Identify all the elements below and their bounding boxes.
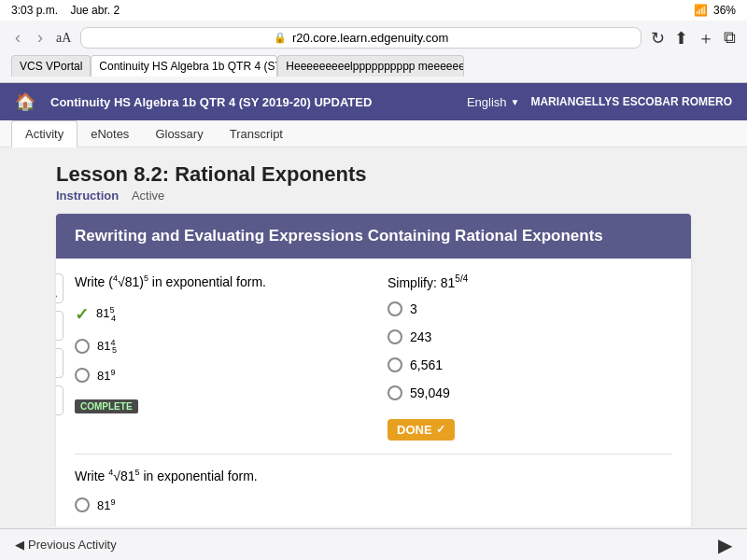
- status-bar: 3:03 p.m. Jue abr. 2 📶 36%: [0, 0, 747, 21]
- simplify-label: Simplify: 815/4: [388, 273, 672, 290]
- simplify-option-4-label: 59,049: [410, 385, 450, 400]
- option-1-math: 8154: [96, 305, 116, 322]
- radio-3: [75, 368, 90, 383]
- pencil-icon[interactable]: ✏️: [56, 273, 63, 303]
- simplify-option-1-label: 3: [410, 301, 417, 316]
- radio-q3-1: [75, 497, 90, 512]
- write-prompt-3: Write 4√815 in exponential form.: [75, 468, 672, 483]
- tabs-button[interactable]: ⧉: [724, 28, 736, 48]
- language-label: English: [467, 95, 507, 109]
- option-2-math: 8145: [97, 338, 117, 355]
- content-header: Rewriting and Evaluating Expressions Con…: [56, 214, 691, 259]
- home-icon[interactable]: 🏠: [15, 91, 35, 112]
- next-arrow-button[interactable]: ▶: [718, 534, 732, 556]
- check-icon-1: ✓: [75, 304, 89, 325]
- radio-s2: [388, 329, 402, 344]
- option-1-row[interactable]: ✓ 8154: [75, 302, 359, 327]
- status-right: 📶 36%: [694, 4, 736, 17]
- question-area: Write (4√81)5 in exponential form. ✓ 815…: [75, 273, 672, 441]
- headphones-icon[interactable]: 🎧: [56, 311, 63, 341]
- radio-2: [75, 339, 90, 354]
- reader-button[interactable]: aA: [56, 31, 71, 46]
- user-name: MARIANGELLYS ESCOBAR ROMERO: [530, 95, 732, 108]
- lesson-meta: Instruction Active: [56, 189, 691, 203]
- lesson-title: Lesson 8.2: Rational Exponents: [56, 162, 691, 187]
- content-box: Rewriting and Evaluating Expressions Con…: [56, 214, 691, 526]
- url-text: r20.core.learn.edgenuity.com: [292, 31, 448, 45]
- simplify-option-1[interactable]: 3: [388, 300, 672, 318]
- done-check-icon: ✓: [436, 423, 445, 436]
- tab-transcript[interactable]: Transcript: [217, 120, 296, 147]
- browser-tabs: VCS VPortal Continuity HS Algebra 1b QTR…: [11, 55, 736, 77]
- q3-option-2-row[interactable]: ✓ 8154: [75, 525, 672, 526]
- time-display: 3:03 p.m. Jue abr. 2: [11, 4, 120, 17]
- option-3-math: 819: [97, 368, 115, 383]
- calculator-icon[interactable]: 🧮: [56, 348, 63, 378]
- write-prompt-1: Write (4√81)5 in exponential form.: [75, 273, 359, 289]
- simplify-option-3-label: 6,561: [410, 357, 443, 372]
- radio-s1: [388, 301, 402, 316]
- divider: [75, 454, 672, 455]
- simplify-option-3[interactable]: 6,561: [388, 356, 672, 374]
- prev-activity-button[interactable]: ◀ Previous Activity: [15, 538, 117, 552]
- instruction-label: Instruction: [56, 189, 119, 203]
- back-button[interactable]: ‹: [11, 26, 24, 49]
- lock-icon: 🔒: [274, 32, 287, 44]
- bottom-bar: ◀ Previous Activity ▶: [0, 528, 747, 560]
- tab-activity[interactable]: Activity: [11, 120, 78, 147]
- tab-enotes[interactable]: eNotes: [78, 120, 142, 147]
- option-2-row[interactable]: 8145: [75, 336, 359, 357]
- tab-vcs[interactable]: VCS VPortal: [11, 55, 91, 77]
- course-title: Continuity HS Algebra 1b QTR 4 (SY 2019-…: [50, 95, 467, 109]
- add-tab-button[interactable]: ＋: [698, 27, 714, 49]
- share-button[interactable]: ⬆: [674, 28, 688, 49]
- language-selector[interactable]: English ▼: [467, 95, 520, 109]
- done-label: DONE: [397, 423, 432, 437]
- question-right: Simplify: 815/4 3 243 6,561: [388, 273, 672, 441]
- upload-icon[interactable]: ⬆: [56, 385, 63, 415]
- sub-nav: Activity eNotes Glossary Transcript: [0, 120, 747, 147]
- content-body: ✏️ 🎧 🧮 ⬆ Write (4√81)5 in exponential fo…: [56, 259, 691, 526]
- tab-continuity[interactable]: Continuity HS Algebra 1b QTR 4 (SY 2019-…: [91, 55, 277, 77]
- app-header: 🏠 Continuity HS Algebra 1b QTR 4 (SY 201…: [0, 83, 747, 120]
- address-bar[interactable]: 🔒 r20.core.learn.edgenuity.com: [80, 27, 641, 49]
- chevron-down-icon: ▼: [511, 97, 520, 107]
- simplify-option-4[interactable]: 59,049: [388, 384, 672, 402]
- complete-badge: COMPLETE: [75, 399, 138, 413]
- tab-glossary[interactable]: Glossary: [142, 120, 216, 147]
- refresh-button[interactable]: ↻: [651, 28, 665, 49]
- simplify-option-2-label: 243: [410, 329, 431, 344]
- option-3-row[interactable]: 819: [75, 366, 359, 385]
- prev-arrow-icon: ◀: [15, 538, 24, 552]
- tab-help[interactable]: Heeeeeeeeelpppppppppp meeeeee please and…: [277, 55, 464, 77]
- main-content: Lesson 8.2: Rational Exponents Instructi…: [0, 147, 747, 526]
- status-label: Active: [132, 189, 164, 203]
- prev-activity-label: Previous Activity: [28, 538, 117, 552]
- q3-option-1-row[interactable]: 819: [75, 496, 672, 514]
- browser-chrome: ‹ › aA 🔒 r20.core.learn.edgenuity.com ↻ …: [0, 21, 747, 83]
- question-3-area: Write 4√815 in exponential form. 819 ✓ 8…: [75, 468, 672, 526]
- forward-button[interactable]: ›: [34, 26, 47, 49]
- wifi-icon: 📶: [694, 4, 708, 17]
- radio-s4: [388, 385, 402, 400]
- q3-option-1-math: 819: [97, 497, 115, 512]
- battery-indicator: 36%: [713, 4, 736, 17]
- question-left: Write (4√81)5 in exponential form. ✓ 815…: [75, 273, 359, 441]
- done-button[interactable]: DONE ✓: [388, 419, 455, 441]
- simplify-option-2[interactable]: 243: [388, 328, 672, 346]
- radio-s3: [388, 357, 402, 372]
